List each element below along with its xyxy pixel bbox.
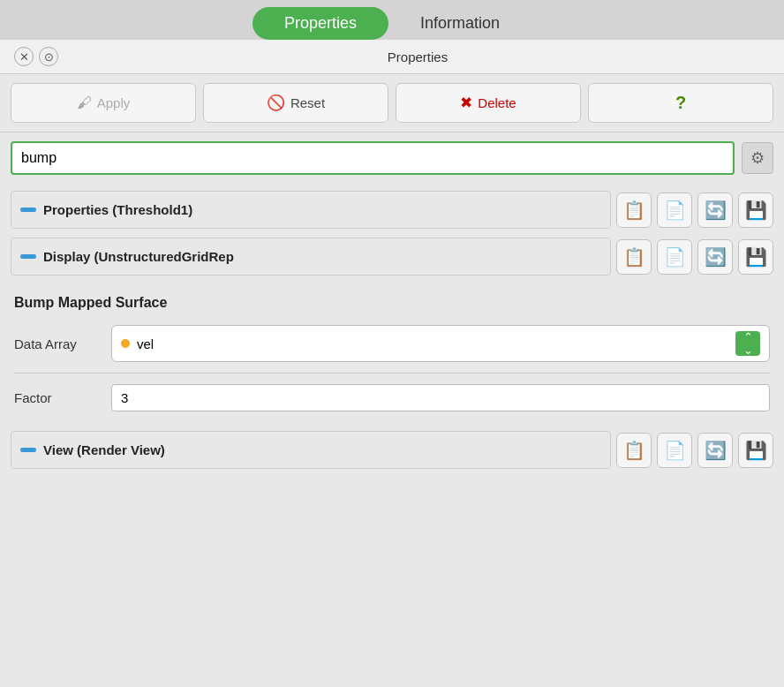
section-dash-3 [20,448,36,452]
properties-copy-button[interactable]: 📋 [616,193,652,228]
data-array-dot [121,339,130,348]
data-array-select[interactable]: vel ⌃⌄ [111,325,770,362]
search-bar: ⚙ [0,132,784,184]
display-grid-header: Display (UnstructuredGridRep [11,238,611,276]
properties-threshold-title: Properties (Threshold1) [43,202,192,217]
data-array-row: Data Array vel ⌃⌄ [14,318,770,369]
properties-threshold-row: Properties (Threshold1) 📋 📄 🔄 💾 [11,191,773,229]
tab-properties[interactable]: Properties [253,7,388,40]
bump-mapped-section: Bump Mapped Surface Data Array vel ⌃⌄ Fa… [11,284,773,426]
tab-information[interactable]: Information [388,7,531,40]
reset-label: Reset [290,95,325,110]
properties-paste-button[interactable]: 📄 [657,193,692,228]
close-button[interactable]: ✕ [14,47,34,66]
properties-threshold-header: Properties (Threshold1) [11,191,611,229]
section-dash [20,208,36,212]
display-save-button[interactable]: 💾 [738,239,773,275]
gear-button[interactable]: ⚙ [742,142,773,174]
chevron-down-icon[interactable]: ⌃⌄ [735,331,760,356]
properties-save-button[interactable]: 💾 [738,193,773,228]
display-refresh-button[interactable]: 🔄 [697,239,733,275]
view-render-row: View (Render View) 📋 📄 🔄 💾 [11,431,773,469]
window-title: Properties [65,49,770,64]
view-copy-button[interactable]: 📋 [616,433,652,468]
view-render-header: View (Render View) [11,431,611,469]
display-copy-button[interactable]: 📋 [616,239,652,275]
help-label: ? [675,93,686,113]
view-paste-button[interactable]: 📄 [657,433,692,468]
toolbar: 🖌 Apply 🚫 Reset ✖ Delete ? [0,74,784,132]
help-button[interactable]: ? [588,83,773,123]
minimize-button[interactable]: ⊙ [39,47,58,66]
display-grid-row: Display (UnstructuredGridRep 📋 📄 🔄 💾 [11,238,773,276]
factor-label: Factor [14,390,102,405]
factor-input[interactable] [111,384,770,411]
reset-button[interactable]: 🚫 Reset [203,83,388,123]
apply-button[interactable]: 🖌 Apply [11,83,196,123]
search-input[interactable] [11,141,735,175]
display-paste-button[interactable]: 📄 [657,239,692,275]
reset-icon: 🚫 [267,94,285,112]
factor-row: Factor [14,377,770,419]
section-dash-2 [20,254,36,259]
view-refresh-button[interactable]: 🔄 [697,433,733,468]
delete-label: Delete [478,95,516,110]
divider [14,373,770,374]
display-grid-title: Display (UnstructuredGridRep [43,249,234,264]
view-render-title: View (Render View) [43,442,165,457]
delete-button[interactable]: ✖ Delete [396,83,581,123]
delete-icon: ✖ [460,94,472,112]
tab-bar: Properties Information [0,0,784,40]
apply-label: Apply [97,95,131,110]
data-array-value: vel [137,336,728,351]
window-controls: ✕ ⊙ [14,47,58,66]
gear-icon: ⚙ [750,148,765,168]
main-content: Properties (Threshold1) 📋 📄 🔄 💾 Display … [0,184,784,687]
window-header: ✕ ⊙ Properties [0,40,784,74]
data-array-label: Data Array [14,336,102,351]
bump-mapped-title: Bump Mapped Surface [14,291,770,318]
properties-refresh-button[interactable]: 🔄 [697,193,733,228]
view-save-button[interactable]: 💾 [738,433,773,468]
apply-icon: 🖌 [77,94,92,112]
